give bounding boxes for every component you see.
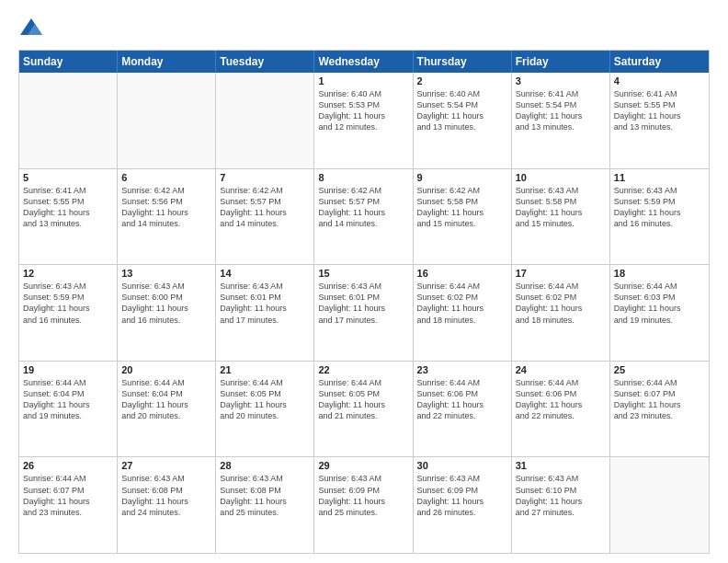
day-info: Sunrise: 6:43 AMSunset: 6:08 PMDaylight:…	[220, 473, 310, 518]
day-number: 4	[614, 75, 705, 86]
day-cell: 1Sunrise: 6:40 AMSunset: 5:53 PMDaylight…	[314, 73, 413, 168]
day-info: Sunrise: 6:43 AMSunset: 6:10 PMDaylight:…	[516, 473, 606, 518]
day-cell: 11Sunrise: 6:43 AMSunset: 5:59 PMDayligh…	[610, 169, 709, 265]
day-number: 11	[614, 172, 705, 183]
day-cell: 5Sunrise: 6:41 AMSunset: 5:55 PMDaylight…	[19, 169, 118, 265]
day-cell: 22Sunrise: 6:44 AMSunset: 6:05 PMDayligh…	[314, 362, 413, 457]
day-number: 30	[417, 460, 507, 471]
day-number: 14	[220, 268, 310, 279]
day-cell: 17Sunrise: 6:44 AMSunset: 6:02 PMDayligh…	[512, 265, 610, 361]
day-info: Sunrise: 6:43 AMSunset: 6:00 PMDaylight:…	[121, 281, 211, 326]
day-cell: 30Sunrise: 6:43 AMSunset: 6:09 PMDayligh…	[414, 457, 512, 553]
day-info: Sunrise: 6:43 AMSunset: 6:01 PMDaylight:…	[318, 281, 408, 326]
day-number: 31	[516, 460, 606, 471]
day-number: 13	[121, 268, 211, 279]
day-number: 16	[417, 268, 507, 279]
day-info: Sunrise: 6:44 AMSunset: 6:06 PMDaylight:…	[516, 377, 606, 422]
day-info: Sunrise: 6:43 AMSunset: 5:58 PMDaylight:…	[516, 185, 606, 230]
day-number: 6	[121, 172, 211, 183]
day-cell: 14Sunrise: 6:43 AMSunset: 6:01 PMDayligh…	[216, 265, 314, 361]
day-number: 3	[516, 75, 606, 86]
day-cell	[19, 73, 118, 168]
day-cell: 18Sunrise: 6:44 AMSunset: 6:03 PMDayligh…	[610, 265, 709, 361]
day-cell: 15Sunrise: 6:43 AMSunset: 6:01 PMDayligh…	[314, 265, 413, 361]
day-number: 9	[417, 172, 507, 183]
day-number: 7	[220, 172, 310, 183]
logo	[18, 15, 48, 40]
day-header-saturday: Saturday	[610, 51, 709, 73]
day-number: 25	[614, 364, 705, 375]
day-cell: 13Sunrise: 6:43 AMSunset: 6:00 PMDayligh…	[118, 265, 216, 361]
day-header-monday: Monday	[118, 51, 216, 73]
day-number: 23	[417, 364, 507, 375]
day-cell: 8Sunrise: 6:42 AMSunset: 5:57 PMDaylight…	[314, 169, 413, 265]
calendar: SundayMondayTuesdayWednesdayThursdayFrid…	[18, 50, 710, 554]
day-info: Sunrise: 6:43 AMSunset: 6:01 PMDaylight:…	[220, 281, 310, 326]
day-headers: SundayMondayTuesdayWednesdayThursdayFrid…	[19, 51, 709, 73]
day-cell: 20Sunrise: 6:44 AMSunset: 6:04 PMDayligh…	[118, 362, 216, 457]
day-number: 2	[417, 75, 507, 86]
day-info: Sunrise: 6:43 AMSunset: 6:08 PMDaylight:…	[121, 473, 211, 518]
day-cell: 24Sunrise: 6:44 AMSunset: 6:06 PMDayligh…	[512, 362, 610, 457]
logo-icon	[18, 15, 44, 40]
day-info: Sunrise: 6:44 AMSunset: 6:03 PMDaylight:…	[614, 281, 705, 326]
week-row: 12Sunrise: 6:43 AMSunset: 5:59 PMDayligh…	[19, 264, 709, 361]
day-number: 27	[121, 460, 211, 471]
day-info: Sunrise: 6:43 AMSunset: 5:59 PMDaylight:…	[23, 281, 113, 326]
week-row: 19Sunrise: 6:44 AMSunset: 6:04 PMDayligh…	[19, 361, 709, 457]
day-cell: 21Sunrise: 6:44 AMSunset: 6:05 PMDayligh…	[216, 362, 314, 457]
day-info: Sunrise: 6:44 AMSunset: 6:02 PMDaylight:…	[417, 281, 507, 326]
page: SundayMondayTuesdayWednesdayThursdayFrid…	[0, 0, 728, 563]
day-info: Sunrise: 6:44 AMSunset: 6:04 PMDaylight:…	[121, 377, 211, 422]
week-row: 5Sunrise: 6:41 AMSunset: 5:55 PMDaylight…	[19, 168, 709, 265]
day-info: Sunrise: 6:43 AMSunset: 6:09 PMDaylight:…	[417, 473, 507, 518]
day-cell: 12Sunrise: 6:43 AMSunset: 5:59 PMDayligh…	[19, 265, 118, 361]
day-number: 20	[121, 364, 211, 375]
day-info: Sunrise: 6:44 AMSunset: 6:07 PMDaylight:…	[614, 377, 705, 422]
day-number: 12	[23, 268, 113, 279]
day-cell: 10Sunrise: 6:43 AMSunset: 5:58 PMDayligh…	[512, 169, 610, 265]
day-info: Sunrise: 6:42 AMSunset: 5:57 PMDaylight:…	[318, 185, 408, 230]
day-header-wednesday: Wednesday	[314, 51, 413, 73]
day-info: Sunrise: 6:42 AMSunset: 5:58 PMDaylight:…	[417, 185, 507, 230]
day-info: Sunrise: 6:44 AMSunset: 6:04 PMDaylight:…	[23, 377, 113, 422]
header	[18, 15, 710, 40]
day-number: 10	[516, 172, 606, 183]
day-number: 17	[516, 268, 606, 279]
day-number: 26	[23, 460, 113, 471]
day-header-tuesday: Tuesday	[216, 51, 314, 73]
day-cell: 29Sunrise: 6:43 AMSunset: 6:09 PMDayligh…	[314, 457, 413, 553]
day-number: 5	[23, 172, 113, 183]
day-cell: 19Sunrise: 6:44 AMSunset: 6:04 PMDayligh…	[19, 362, 118, 457]
day-cell	[118, 73, 216, 168]
day-number: 29	[318, 460, 408, 471]
day-cell: 27Sunrise: 6:43 AMSunset: 6:08 PMDayligh…	[118, 457, 216, 553]
day-cell: 3Sunrise: 6:41 AMSunset: 5:54 PMDaylight…	[512, 73, 610, 168]
day-number: 1	[318, 75, 408, 86]
day-header-friday: Friday	[512, 51, 610, 73]
day-cell	[216, 73, 314, 168]
day-info: Sunrise: 6:41 AMSunset: 5:55 PMDaylight:…	[23, 185, 113, 230]
day-cell: 9Sunrise: 6:42 AMSunset: 5:58 PMDaylight…	[414, 169, 512, 265]
day-number: 8	[318, 172, 408, 183]
week-row: 1Sunrise: 6:40 AMSunset: 5:53 PMDaylight…	[19, 73, 709, 168]
day-header-thursday: Thursday	[414, 51, 512, 73]
day-info: Sunrise: 6:44 AMSunset: 6:05 PMDaylight:…	[318, 377, 408, 422]
day-number: 24	[516, 364, 606, 375]
day-info: Sunrise: 6:44 AMSunset: 6:02 PMDaylight:…	[516, 281, 606, 326]
day-info: Sunrise: 6:44 AMSunset: 6:07 PMDaylight:…	[23, 473, 113, 518]
day-info: Sunrise: 6:40 AMSunset: 5:54 PMDaylight:…	[417, 88, 507, 133]
day-info: Sunrise: 6:40 AMSunset: 5:53 PMDaylight:…	[318, 88, 408, 133]
day-header-sunday: Sunday	[19, 51, 118, 73]
day-info: Sunrise: 6:41 AMSunset: 5:55 PMDaylight:…	[614, 88, 705, 133]
day-info: Sunrise: 6:43 AMSunset: 6:09 PMDaylight:…	[318, 473, 408, 518]
day-cell: 31Sunrise: 6:43 AMSunset: 6:10 PMDayligh…	[512, 457, 610, 553]
day-cell: 16Sunrise: 6:44 AMSunset: 6:02 PMDayligh…	[414, 265, 512, 361]
day-cell: 7Sunrise: 6:42 AMSunset: 5:57 PMDaylight…	[216, 169, 314, 265]
day-number: 22	[318, 364, 408, 375]
day-info: Sunrise: 6:43 AMSunset: 5:59 PMDaylight:…	[614, 185, 705, 230]
day-cell: 4Sunrise: 6:41 AMSunset: 5:55 PMDaylight…	[610, 73, 709, 168]
day-cell	[610, 457, 709, 553]
day-number: 21	[220, 364, 310, 375]
day-cell: 6Sunrise: 6:42 AMSunset: 5:56 PMDaylight…	[118, 169, 216, 265]
